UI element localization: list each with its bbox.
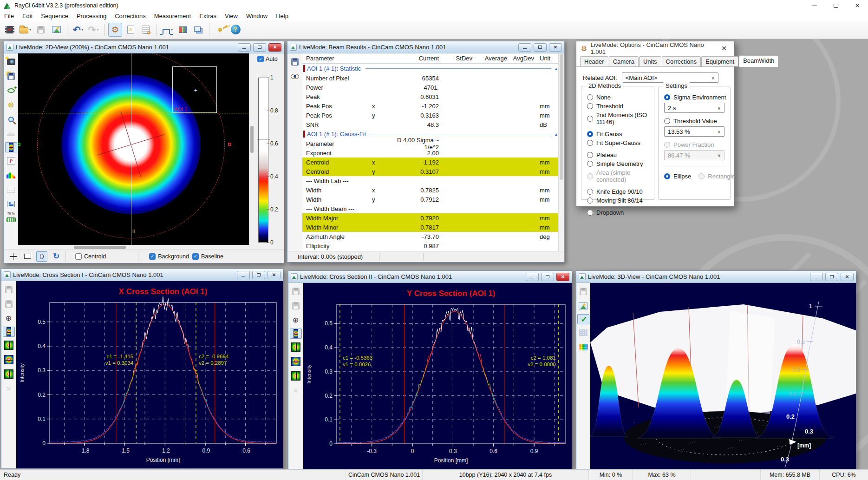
minimize-button[interactable] <box>237 271 250 279</box>
table-row[interactable]: Widthx0.7825mm <box>302 185 558 195</box>
minimize-button[interactable] <box>526 273 539 281</box>
radio-plateau[interactable]: Plateau <box>587 151 654 158</box>
trigger-button[interactable]: ▾ <box>161 23 175 37</box>
baseline-checkbox[interactable]: ✓Baseline <box>192 253 223 260</box>
tab-corrections[interactable]: Corrections <box>662 56 701 66</box>
watch-button[interactable] <box>289 70 301 82</box>
profile-x2-button[interactable] <box>290 355 302 368</box>
save-all-button[interactable] <box>290 300 302 312</box>
radio-power-fraction[interactable]: Power Fraction <box>664 141 730 148</box>
menu-processing[interactable]: Processing <box>72 12 111 20</box>
cursor-line-horizontal[interactable] <box>18 113 249 113</box>
profile-display-button[interactable] <box>5 142 17 152</box>
render-button[interactable]: ✓ <box>577 314 589 324</box>
save-button[interactable] <box>289 56 301 68</box>
table-row[interactable]: ParameterD 4.00 Sigma ~ 1/e^2 <box>302 139 558 148</box>
window-titlebar[interactable]: LiveMode: 2D-View (200%) - CinCam CMOS N… <box>4 41 284 53</box>
protocol-button[interactable]: ⚙ <box>139 23 153 37</box>
window-titlebar[interactable]: LiveMode: Cross Section II - CinCam CMOS… <box>288 271 572 283</box>
radio-ellipse[interactable]: Ellipse <box>664 173 691 180</box>
capture-button[interactable] <box>5 56 17 68</box>
table-row[interactable]: Widthy0.7912mm <box>302 195 558 204</box>
colorbar[interactable] <box>258 78 268 243</box>
sequence-button[interactable] <box>3 23 17 37</box>
table-row[interactable]: Width Minor0.7817mm <box>302 223 558 232</box>
undo-button[interactable]: ↶▾ <box>71 23 85 37</box>
cross-section-2-plot[interactable]: 00.10.20.30.40.5-0.300.30.60.9Position [… <box>303 283 572 469</box>
tab-units[interactable]: Units <box>639 56 661 66</box>
table-row[interactable]: Ellipticity0.987 <box>302 241 558 250</box>
ellipse-tool-button[interactable] <box>36 251 47 262</box>
table-row[interactable]: Peak0.6031 <box>302 92 558 101</box>
rectangle-tool-button[interactable] <box>22 251 33 262</box>
menu-sequence[interactable]: Sequence <box>37 12 72 20</box>
cursor-line-vertical[interactable] <box>131 53 131 245</box>
edge-marker-left[interactable] <box>18 143 20 146</box>
texture-button[interactable] <box>577 341 589 353</box>
surface-button[interactable] <box>5 128 17 140</box>
table-row[interactable]: Number of Pixel65354 <box>302 73 558 83</box>
dropdown-arrow[interactable]: ▾ <box>171 27 173 32</box>
aoi-rectangle[interactable]: + AOI 1 <box>172 66 217 113</box>
menu-file[interactable]: File <box>0 12 18 20</box>
tracking-button[interactable]: ⊕ <box>290 314 302 326</box>
sigma-select[interactable]: 2 s∨ <box>664 103 724 113</box>
edge-marker-right[interactable] <box>228 143 231 146</box>
tab-equipment[interactable]: Equipment <box>701 56 738 66</box>
options-button[interactable]: ⚙ <box>108 23 122 37</box>
battery-button[interactable]: 79 % <box>5 212 17 224</box>
table-row[interactable]: Azimuth Angle-73.70deg <box>302 232 558 241</box>
radio-fit-gauss[interactable]: Fit Gauss <box>587 131 654 138</box>
auto-checkbox[interactable]: ✓ <box>257 56 264 62</box>
help-button[interactable]: ? <box>228 23 242 37</box>
profile-y-button[interactable] <box>3 339 15 351</box>
dropdown-arrow[interactable]: ▾ <box>29 27 31 32</box>
table-row[interactable]: Power4701. <box>302 83 558 92</box>
maximize-button[interactable] <box>825 273 838 281</box>
radio-2nd-moments-iso-11146[interactable]: 2nd Moments (ISO 11146) <box>587 112 654 125</box>
histogram-button[interactable] <box>5 169 17 181</box>
add-aoi-button[interactable] <box>5 85 17 97</box>
radio-area-simple-connected[interactable]: Area (simple connected) <box>587 169 654 183</box>
app-maximize-button[interactable] <box>825 0 847 11</box>
surface-3d-plot[interactable]: 1 0.8 0.6 0.4 0.2 0.3 [mm] 0.3 <box>590 283 856 469</box>
window-titlebar[interactable]: LiveMode: 3D-View - CinCam CMOS Nano 1.0… <box>576 271 856 283</box>
close-button[interactable]: ✕ <box>268 43 281 52</box>
tab-beamwidth[interactable]: BeamWidth <box>739 55 778 67</box>
radio-fit-super-gauss[interactable]: Fit Super-Gauss <box>587 139 654 146</box>
radio-moving-slit-86-14[interactable]: Moving Slit 86/14 <box>587 197 654 204</box>
table-row[interactable]: Peak Posy0.3163mm <box>302 111 558 120</box>
grid-button[interactable] <box>577 327 589 339</box>
dialog-close-button[interactable]: ✕ <box>718 45 730 52</box>
tracking-button[interactable]: ⊕ <box>3 312 15 324</box>
save-image-button[interactable] <box>5 70 17 82</box>
radio-rectangle[interactable]: Rectangle <box>698 173 735 180</box>
profile-x-button[interactable] <box>290 329 302 339</box>
save-all-button[interactable] <box>3 298 15 310</box>
minimize-button[interactable] <box>238 43 251 52</box>
redo-button[interactable]: ↷▾ <box>86 23 100 37</box>
profile-x-button[interactable] <box>3 327 15 337</box>
export-image-button[interactable] <box>49 23 63 37</box>
table-row[interactable]: --- Width Beam --- <box>302 204 558 213</box>
save-button[interactable] <box>577 285 589 297</box>
close-button[interactable]: ✕ <box>556 273 569 281</box>
dropdown-arrow[interactable]: ▾ <box>97 27 98 32</box>
image-button[interactable] <box>577 300 589 312</box>
delete-button[interactable]: ✕ <box>290 384 302 396</box>
table-row[interactable]: SNR48.3dB <box>302 120 558 129</box>
threshold-select[interactable]: 13.53 %∨ <box>664 126 724 137</box>
collapse-icon[interactable]: ▴ <box>555 132 557 137</box>
power-curve-button[interactable]: P <box>5 155 17 167</box>
close-button[interactable]: ✕ <box>268 271 281 279</box>
menu-measurement[interactable]: Measurement <box>150 12 195 20</box>
menu-edit[interactable]: Edit <box>18 12 37 20</box>
cascade-button[interactable] <box>191 23 205 37</box>
menu-help[interactable]: Help <box>272 12 293 20</box>
profile-y2-button[interactable] <box>290 370 302 382</box>
menu-corrections[interactable]: Corrections <box>111 12 150 20</box>
save-button[interactable] <box>34 23 48 37</box>
delete-button[interactable]: ✕ <box>3 382 15 395</box>
results-table[interactable]: Parameter Current StDev Average AvgDev U… <box>302 53 558 251</box>
tab-header[interactable]: Header <box>580 56 608 66</box>
